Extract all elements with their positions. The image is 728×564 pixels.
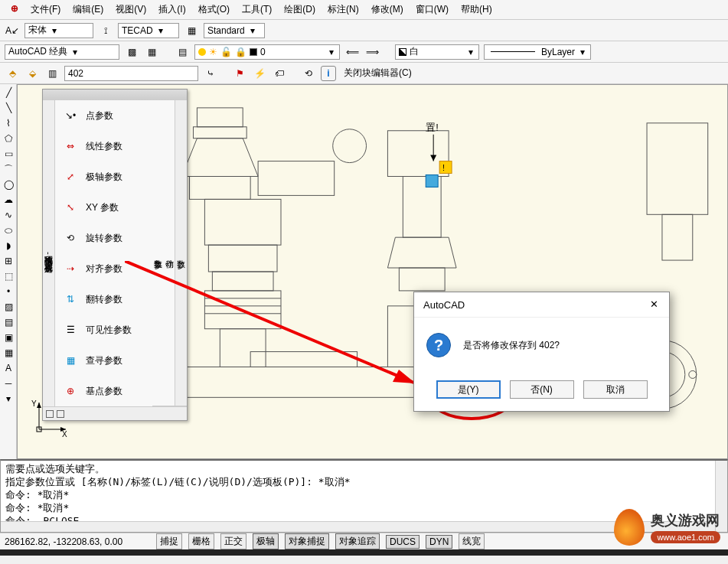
font-combo[interactable]: 宋体▾ xyxy=(24,23,93,38)
insert-tool[interactable]: ⊞ xyxy=(2,254,15,268)
table-tool[interactable]: ▦ xyxy=(2,346,15,360)
svg-rect-4 xyxy=(208,245,277,272)
dialog-cancel-button[interactable]: 取消 xyxy=(583,380,648,399)
site-logo: 奥义游戏网 www.aoe1.com xyxy=(614,509,720,546)
xline-tool[interactable]: ╲ xyxy=(2,101,15,115)
app-icon: ⊕ xyxy=(6,2,23,18)
arc-tool[interactable]: ⌒ xyxy=(2,162,15,176)
tab-actions[interactable]: 动作 xyxy=(164,100,175,406)
dialog-title: AutoCAD xyxy=(423,299,465,311)
svg-rect-13 xyxy=(258,161,335,196)
menu-file[interactable]: 文件(F) xyxy=(26,2,65,18)
layer-color-swatch xyxy=(250,48,257,56)
grid-toggle[interactable]: 栅格 xyxy=(188,533,214,549)
workspace-combo[interactable]: AutoCAD 经典▾ xyxy=(5,44,119,60)
lwt-toggle[interactable]: 线宽 xyxy=(459,533,485,549)
menu-insert[interactable]: 插入(I) xyxy=(154,2,190,18)
layer-prev-icon[interactable]: ⟸ xyxy=(344,44,360,60)
layer-lock-icon: 🔓 xyxy=(220,47,232,57)
svg-rect-1 xyxy=(193,127,246,139)
otrack-toggle[interactable]: 对象追踪 xyxy=(335,533,380,549)
layer-combo[interactable]: ☀ 🔓 🔒 0 ▾ xyxy=(194,44,340,60)
linetype-combo[interactable]: ByLayer▾ xyxy=(484,44,591,60)
dialog-yes-button[interactable]: 是(Y) xyxy=(436,380,501,399)
bedit-save-icon[interactable]: ⬘ xyxy=(5,66,20,81)
gradient-tool[interactable]: ▤ xyxy=(2,315,15,329)
menu-modify[interactable]: 修改(M) xyxy=(367,2,408,18)
menu-draw[interactable]: 绘图(D) xyxy=(279,2,320,18)
block-name-combo[interactable]: 402 xyxy=(64,66,198,81)
circle-tool[interactable]: ◯ xyxy=(2,178,15,191)
block-tool[interactable]: ⬚ xyxy=(2,269,15,283)
line-tool[interactable]: ╱ xyxy=(2,86,15,99)
polar-toggle[interactable]: 极轴 xyxy=(253,533,279,549)
battribute-icon[interactable]: 🏷 xyxy=(272,66,287,81)
menu-edit[interactable]: 编辑(E) xyxy=(68,2,108,18)
layer-states-icon[interactable]: ⟹ xyxy=(364,44,380,60)
tablestyle-icon[interactable]: ▦ xyxy=(184,23,199,38)
status-coords: 286162.82, -132208.63, 0.00 xyxy=(5,536,150,547)
workspace-lock-icon[interactable]: ▦ xyxy=(144,44,159,60)
bedit-saveas-icon[interactable]: ⬙ xyxy=(24,66,40,81)
palette-grip[interactable] xyxy=(43,90,187,100)
snap-toggle[interactable]: 捕捉 xyxy=(156,533,182,549)
menu-format[interactable]: 格式(O) xyxy=(194,2,234,18)
workspace-settings-icon[interactable]: ▩ xyxy=(124,44,139,60)
mtext-tool[interactable]: A xyxy=(2,361,15,375)
menubar: ⊕ 文件(F) 编辑(E) 视图(V) 插入(I) 格式(O) 工具(T) 绘图… xyxy=(0,0,728,20)
menu-tools[interactable]: 工具(T) xyxy=(237,2,276,18)
dyn-toggle[interactable]: DYN xyxy=(426,535,452,549)
dimstyle-icon[interactable]: ⟟ xyxy=(98,23,113,38)
taskbar xyxy=(0,549,728,556)
region-tool[interactable]: ▣ xyxy=(2,331,15,344)
tab-psets[interactable]: 参数集 xyxy=(152,100,164,406)
bvisibility-icon[interactable]: ⟲ xyxy=(301,66,316,81)
svg-rect-32 xyxy=(426,175,438,187)
ellipse-tool[interactable]: ⬭ xyxy=(2,223,15,237)
ducs-toggle[interactable]: DUCS xyxy=(386,535,419,549)
spline-tool[interactable]: ∿ xyxy=(2,208,15,222)
bparam-icon[interactable]: ⚑ xyxy=(232,66,247,81)
polyline-tool[interactable]: ⌇ xyxy=(2,116,15,130)
svg-rect-27 xyxy=(662,214,693,260)
textstyle-combo[interactable]: TECAD▾ xyxy=(118,23,179,38)
point-tool[interactable]: • xyxy=(2,285,15,298)
menu-view[interactable]: 视图(V) xyxy=(111,2,151,18)
ellipsearc-tool[interactable]: ◗ xyxy=(2,239,15,253)
command-line: 需要点或选项关键字。 xyxy=(5,462,723,475)
svg-text:X: X xyxy=(62,430,67,437)
textstyle-icon[interactable]: A↙ xyxy=(5,23,20,38)
menu-dimension[interactable]: 标注(N) xyxy=(323,2,364,18)
svg-rect-17 xyxy=(399,268,445,291)
dialog-no-button[interactable]: 否(N) xyxy=(510,380,574,399)
close-block-editor-button[interactable]: 关闭块编辑器(C) xyxy=(341,67,415,80)
binfo-icon[interactable]: i xyxy=(321,66,336,81)
polygon-tool[interactable]: ⬠ xyxy=(2,132,15,145)
svg-marker-29 xyxy=(430,155,436,161)
bedit-open-icon[interactable]: ⤷ xyxy=(203,66,218,81)
dialog-close-button[interactable]: ✕ xyxy=(648,298,660,311)
dialog-message: 是否将修改保存到 402? xyxy=(463,339,560,352)
ucs-icon: X Y xyxy=(31,399,70,437)
bedit-name-icon[interactable]: ▥ xyxy=(44,66,60,81)
ortho-toggle[interactable]: 正交 xyxy=(220,533,246,549)
rectangle-tool[interactable]: ▭ xyxy=(2,147,15,161)
logo-text: 奥义游戏网 xyxy=(651,511,720,530)
color-combo[interactable]: 白▾ xyxy=(395,44,479,60)
revcloud-tool[interactable]: ☁ xyxy=(2,193,15,207)
menu-help[interactable]: 帮助(H) xyxy=(456,2,497,18)
baction-icon[interactable]: ⚡ xyxy=(252,66,267,81)
osnap-toggle[interactable]: 对象捕捉 xyxy=(285,533,329,549)
logo-url: www.aoe1.com xyxy=(651,531,720,543)
tab-params[interactable]: 参数 xyxy=(175,100,187,406)
svg-point-24 xyxy=(689,370,697,378)
menu-window[interactable]: 窗口(W) xyxy=(411,2,453,18)
drawing-canvas[interactable]: 置! ! 块编写选项板 - 所有选项板 ↘•点参数 ⇔线性参数 ⤢极轴参数 ⤡X… xyxy=(17,84,728,459)
svg-rect-6 xyxy=(204,291,281,329)
dimstyle-combo[interactable]: Standard▾ xyxy=(204,23,265,38)
extra-tool[interactable]: ▾ xyxy=(2,392,15,406)
layer-manager-icon[interactable]: ▤ xyxy=(175,44,190,60)
hatch-tool[interactable]: ▨ xyxy=(2,300,15,314)
svg-rect-12 xyxy=(250,352,357,367)
command-hscroll[interactable] xyxy=(1,521,715,532)
